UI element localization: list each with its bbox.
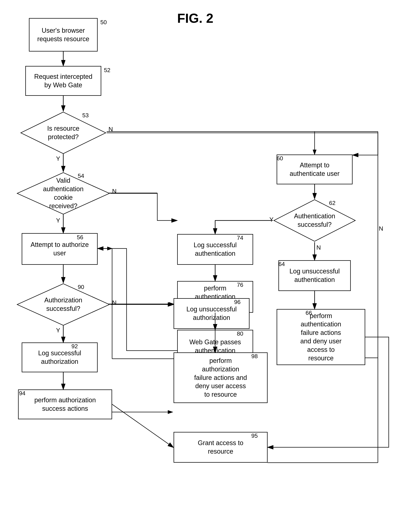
node-62: Authentication successful?: [273, 199, 356, 242]
node-64: Log unsuccessful authentication: [278, 260, 351, 291]
ref-90: 90: [78, 284, 84, 291]
ref-95: 95: [251, 432, 258, 439]
ref-60: 60: [277, 155, 283, 162]
node-56: Attempt to authorize user: [22, 233, 98, 265]
ref-76: 76: [237, 281, 243, 288]
node-92: Log successful authorization: [22, 342, 98, 372]
ref-64: 64: [278, 261, 285, 267]
label-n62-y: Y: [269, 216, 274, 223]
ref-98: 98: [251, 353, 258, 360]
node-52: Request intercepted by Web Gate: [25, 66, 101, 96]
node-90: Authorization successful?: [16, 283, 110, 326]
ref-94: 94: [19, 390, 26, 397]
node-53: Is resource protected?: [20, 111, 107, 155]
label-n90-n: N: [112, 299, 117, 306]
label-n53-n: N: [108, 126, 113, 133]
node-98: perform authorization failure actions an…: [173, 352, 267, 403]
label-n53-y: Y: [56, 155, 60, 162]
label-n54-y: Y: [56, 217, 60, 224]
ref-74: 74: [237, 234, 243, 241]
ref-96: 96: [234, 299, 241, 305]
ref-62: 62: [329, 200, 335, 206]
fig-title: FIG. 2: [177, 11, 213, 26]
node-50: User's browser requests resource: [29, 18, 98, 52]
ref-56: 56: [77, 234, 83, 241]
node-60: Attempt to authenticate user: [277, 155, 353, 184]
ref-50: 50: [100, 19, 107, 26]
label-n66-n: N: [379, 225, 383, 232]
node-54: Valid authentication cookie received?: [16, 172, 110, 215]
label-n54-n: N: [112, 188, 117, 195]
diagram-container: FIG. 2: [0, 0, 420, 525]
ref-92: 92: [71, 343, 78, 350]
ref-52: 52: [104, 67, 110, 74]
ref-66: 66: [305, 309, 312, 316]
ref-80: 80: [237, 330, 243, 337]
label-n62-n: N: [316, 244, 321, 251]
node-94: perform authorization success actions: [18, 389, 112, 419]
label-n90-y: Y: [56, 327, 60, 334]
ref-53: 53: [82, 112, 89, 119]
node-66: perform authentication failure actions a…: [277, 309, 365, 365]
ref-54: 54: [78, 173, 84, 179]
